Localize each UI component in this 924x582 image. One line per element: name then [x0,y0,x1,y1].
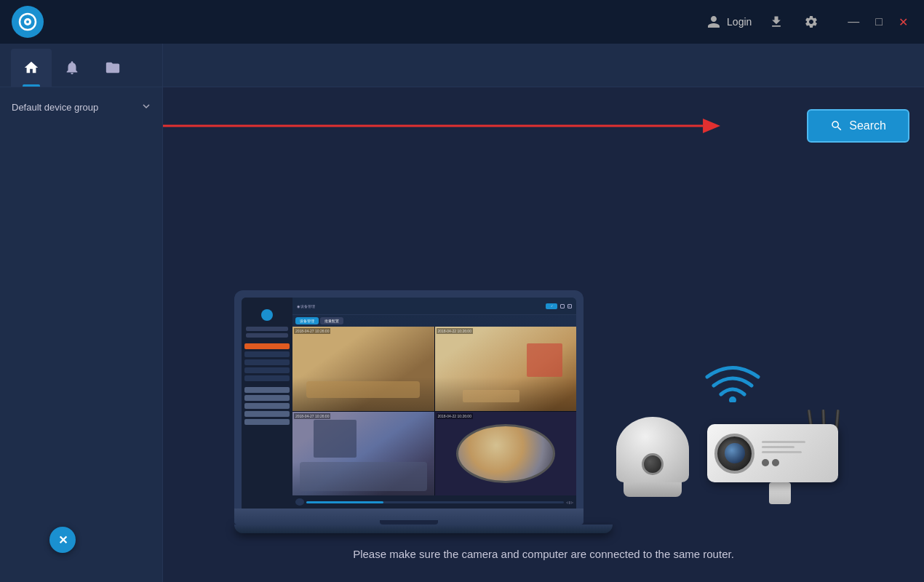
camera-grid: 2018-04-27 10:26:00 2018-04-22 10:26:00 [292,327,576,495]
settings-button[interactable] [801,12,821,32]
wifi-icon [704,355,762,402]
nav-tabs [7,44,133,87]
dome-base [624,482,682,497]
tab-files[interactable] [92,49,133,87]
illustration-area: ◉ 设备管理 ✓ × 设备管理 批量配置 [163,157,924,533]
main-layout: Default device group Search [0,87,924,582]
timestamp-4: 2018-04-22 10:26:00 [437,413,473,419]
camera-cell-2: 2018-04-22 10:26:00 [435,327,577,411]
login-label: Login [727,16,752,28]
screen-tab-manage: 设备管理 [295,317,319,324]
outdoor-lens-inner [725,443,745,463]
search-icon [830,119,843,132]
search-label: Search [849,119,886,132]
close-button[interactable]: ✕ [49,527,76,553]
screen-sidebar [242,298,292,509]
camera-cell-3: 2018-04-27 10:26:00 [292,412,434,496]
svg-point-2 [26,20,29,23]
sidebar: Default device group [0,87,163,582]
timestamp-3: 2018-04-27 10:26:00 [294,413,330,419]
dome-lens [642,453,664,475]
expand-arrow-icon [142,102,151,113]
close-window-button[interactable]: ✕ [894,14,912,31]
camera-cell-1: 2018-04-27 10:26:00 [292,327,434,411]
device-group-label: Default device group [12,102,98,113]
main-content: Search [163,87,924,582]
bottom-instruction-text: Please make sure the camera and computer… [353,533,734,582]
red-arrow-icon [163,115,720,137]
titlebar-right: Login ― □ ✕ [706,12,912,32]
camera-cell-4: 2018-04-22 10:26:00 [435,412,577,496]
outdoor-camera-body [707,424,838,482]
search-button[interactable]: Search [807,109,909,143]
outdoor-mount [769,482,791,504]
dome-camera-body [616,417,689,482]
laptop-base [234,509,584,525]
maximize-button[interactable]: □ [871,14,887,30]
tab-notifications[interactable] [52,49,92,87]
screen-tab-batch: 批量配置 [320,317,343,324]
laptop-illustration: ◉ 设备管理 ✓ × 设备管理 批量配置 [234,290,584,533]
dome-camera-illustration [613,417,693,511]
svg-marker-4 [703,119,720,133]
outdoor-details [762,441,805,466]
device-group-item[interactable]: Default device group [0,95,162,120]
login-button[interactable]: Login [706,15,752,29]
minimize-button[interactable]: ― [843,14,864,30]
outdoor-camera-illustration [707,424,853,511]
timestamp-2: 2018-04-22 10:26:00 [437,328,473,334]
outdoor-lens [714,434,754,474]
fisheye-lens [456,424,555,483]
svg-point-5 [729,396,736,402]
search-area: Search [163,109,924,143]
window-controls: ― □ ✕ [843,14,912,31]
timestamp-1: 2018-04-27 10:26:00 [294,328,330,334]
titlebar: Login ― □ ✕ [0,0,924,44]
download-button[interactable] [766,12,786,32]
laptop-screen: ◉ 设备管理 ✓ × 设备管理 批量配置 [234,290,584,509]
app-logo [12,6,44,38]
laptop-stand [234,525,613,533]
tab-home[interactable] [11,49,52,87]
